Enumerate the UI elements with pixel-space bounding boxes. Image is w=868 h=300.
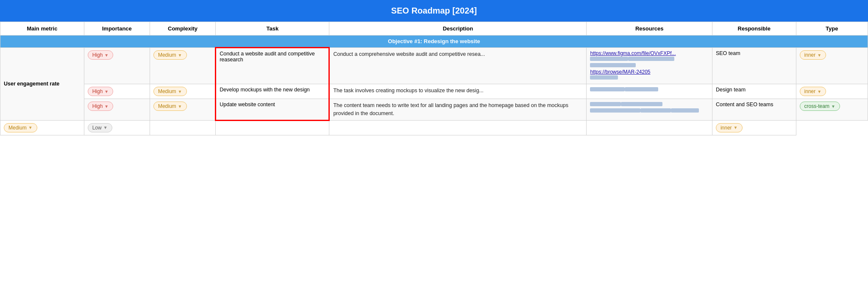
dropdown-arrow: ▼ xyxy=(178,104,182,109)
type-dropdown-arrow: ▼ xyxy=(734,125,738,130)
type-cell[interactable]: inner ▼ xyxy=(796,84,868,99)
dropdown-arrow: ▼ xyxy=(104,53,108,58)
responsible-cell: Design team xyxy=(712,84,796,99)
col-header-task: Task xyxy=(216,22,329,36)
resource-link[interactable]: https://www.figma.com/file/OVxFXPf... xyxy=(590,50,708,56)
col-header-resources: Resources xyxy=(587,22,712,36)
blurred-link xyxy=(625,87,658,91)
table-wrapper: Main metric Importance Complexity Task D… xyxy=(0,22,868,135)
type-dropdown-arrow: ▼ xyxy=(831,104,835,109)
badge-medium[interactable]: Medium ▼ xyxy=(153,102,187,111)
resources-cell xyxy=(587,99,712,121)
importance-cell[interactable]: Medium ▼ xyxy=(0,120,84,135)
blurred-link xyxy=(590,63,636,67)
dropdown-arrow: ▼ xyxy=(104,89,108,94)
badge-high[interactable]: High ▼ xyxy=(88,87,114,96)
type-badge-inner[interactable]: inner ▼ xyxy=(716,123,743,132)
task-cell: Develop mockups with the new design xyxy=(216,84,329,99)
objective-label: Objective #1: Redesign the website xyxy=(0,36,868,48)
description-cell xyxy=(216,120,329,135)
metric-value: User engagement rate xyxy=(4,81,59,87)
type-badge-cross[interactable]: cross-team ▼ xyxy=(800,102,840,111)
badge-high[interactable]: High ▼ xyxy=(88,50,114,60)
importance-cell[interactable]: High ▼ xyxy=(84,84,150,99)
col-header-type: Type xyxy=(796,22,868,36)
table-row: High ▼ Medium ▼ Develop mockups with the… xyxy=(0,84,868,99)
col-header-importance: Importance xyxy=(84,22,150,36)
resources-cell: https://www.figma.com/file/OVxFXPf...htt… xyxy=(587,48,712,84)
metric-cell: User engagement rate xyxy=(0,48,84,121)
table-row: Medium ▼ Low ▼ inner ▼ xyxy=(0,120,868,135)
responsible-cell: SEO team xyxy=(712,48,796,84)
task-cell xyxy=(150,120,215,135)
type-dropdown-arrow: ▼ xyxy=(817,53,821,58)
type-badge-inner[interactable]: inner ▼ xyxy=(800,50,826,60)
resources-cell xyxy=(329,120,587,135)
blurred-link xyxy=(628,57,674,61)
badge-medium[interactable]: Medium ▼ xyxy=(153,87,187,96)
complexity-cell[interactable]: Medium ▼ xyxy=(150,48,215,84)
type-badge-inner[interactable]: inner ▼ xyxy=(800,87,826,96)
responsible-cell: Content and SEO teams xyxy=(712,99,796,121)
dropdown-arrow: ▼ xyxy=(178,53,182,58)
type-cell[interactable]: inner ▼ xyxy=(712,120,796,135)
header-row: Main metric Importance Complexity Task D… xyxy=(0,22,868,36)
blurred-link xyxy=(590,108,640,113)
blurred-link xyxy=(671,108,699,113)
description-cell: The content team needs to write text for… xyxy=(329,99,587,121)
description-cell: Conduct a comprehensive website audit an… xyxy=(329,48,587,84)
complexity-cell[interactable]: Medium ▼ xyxy=(150,99,215,121)
blurred-link xyxy=(590,75,618,80)
objective-row: Objective #1: Redesign the website xyxy=(0,36,868,48)
badge-medium[interactable]: Medium ▼ xyxy=(153,50,187,60)
col-header-metric: Main metric xyxy=(0,22,84,36)
dropdown-arrow: ▼ xyxy=(103,125,108,130)
badge-low[interactable]: Low ▼ xyxy=(88,123,112,132)
blurred-link xyxy=(621,102,662,106)
type-dropdown-arrow: ▼ xyxy=(817,89,821,94)
dropdown-arrow: ▼ xyxy=(178,89,182,94)
table-row: High ▼ Medium ▼ Update website content T… xyxy=(0,99,868,121)
resource-link[interactable]: https://browse/MAR-24205 xyxy=(590,69,708,75)
task-cell: Conduct a website audit and competitive … xyxy=(216,48,329,84)
blurred-link xyxy=(590,87,625,91)
complexity-cell[interactable]: Medium ▼ xyxy=(150,84,215,99)
col-header-responsible: Responsible xyxy=(712,22,796,36)
col-header-complexity: Complexity xyxy=(150,22,215,36)
task-cell: Update website content xyxy=(216,99,329,121)
badge-high[interactable]: High ▼ xyxy=(88,102,114,111)
resources-cell xyxy=(587,84,712,99)
importance-cell[interactable]: High ▼ xyxy=(84,99,150,121)
blurred-link xyxy=(590,102,621,106)
responsible-cell xyxy=(587,120,712,135)
type-cell[interactable]: inner ▼ xyxy=(796,48,868,84)
col-header-description: Description xyxy=(329,22,587,36)
complexity-cell[interactable]: Low ▼ xyxy=(84,120,150,135)
table-row: User engagement rate High ▼ Medium ▼ Con… xyxy=(0,48,868,84)
description-cell: The task involves creating mockups to vi… xyxy=(329,84,587,99)
badge-medium[interactable]: Medium ▼ xyxy=(4,123,37,132)
dropdown-arrow: ▼ xyxy=(104,104,108,109)
importance-cell[interactable]: High ▼ xyxy=(84,48,150,84)
type-cell[interactable]: cross-team ▼ xyxy=(796,99,868,121)
page-title: SEO Roadmap [2024] xyxy=(0,0,868,22)
dropdown-arrow: ▼ xyxy=(28,125,33,130)
main-table: Main metric Importance Complexity Task D… xyxy=(0,22,868,135)
blurred-link xyxy=(590,57,628,61)
blurred-link xyxy=(640,108,671,113)
